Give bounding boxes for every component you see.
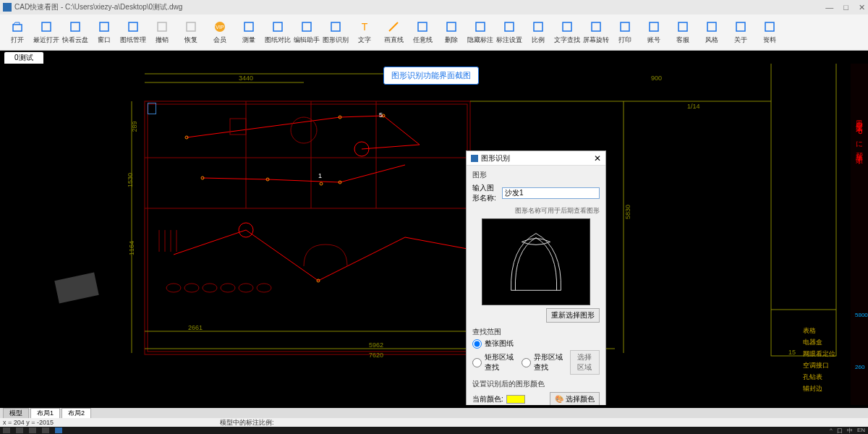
svg-rect-12 — [331, 22, 340, 31]
tool-account[interactable]: 账号 — [639, 16, 668, 49]
select-area-button[interactable]: 选择区域 — [570, 350, 600, 375]
choose-color-button[interactable]: 🎨 选择颜色 — [550, 392, 600, 405]
tool-measure[interactable]: 测量 — [234, 16, 263, 49]
tool-ratio[interactable]: 比例 — [524, 16, 553, 49]
tool-service[interactable]: 客服 — [668, 16, 697, 49]
tool-annoset[interactable]: 标注设置 — [495, 16, 524, 49]
svg-point-58 — [257, 284, 271, 292]
tool-findtext[interactable]: 文字查找 — [553, 16, 582, 49]
recent-icon — [39, 20, 54, 34]
ratio-icon — [531, 20, 545, 34]
compare-icon — [271, 20, 285, 34]
tool-recognize[interactable]: 图形识别 — [321, 16, 350, 49]
style-icon — [705, 20, 719, 34]
tool-cloud[interactable]: 快看云盘 — [61, 16, 90, 49]
scale-label: 模型中的标注比例: — [220, 418, 274, 427]
undo-icon — [155, 20, 169, 34]
tool-undo[interactable]: 撤销 — [148, 16, 176, 49]
scope-irreg-radio[interactable] — [522, 358, 531, 367]
tool-print[interactable]: 打印 — [610, 16, 639, 49]
shape-preview — [482, 218, 590, 305]
svg-rect-25 — [707, 22, 716, 31]
tool-freeline[interactable]: 任意线 — [408, 16, 437, 49]
tool-style[interactable]: 风格 — [697, 16, 726, 49]
svg-text:VIP: VIP — [216, 25, 224, 30]
task-view-icon[interactable] — [29, 427, 36, 433]
maximize-button[interactable]: □ — [843, 3, 848, 12]
svg-rect-10 — [273, 22, 282, 31]
drawing-canvas[interactable]: 7798 3440 900 1/14 289 1530 1164 2661 58… — [0, 64, 868, 405]
svg-rect-17 — [476, 22, 485, 31]
layout-tab-2[interactable]: 布局2 — [61, 408, 91, 419]
tray-item[interactable]: EN — [857, 427, 865, 435]
svg-text:T: T — [362, 21, 368, 33]
dim-l2: 1530 — [127, 173, 134, 187]
dim-r1: 5830 — [624, 205, 631, 219]
tool-delete[interactable]: 删除 — [437, 16, 466, 49]
layout-tab-0[interactable]: 模型 — [3, 408, 29, 419]
minimize-button[interactable]: — — [825, 3, 833, 12]
svg-point-54 — [184, 284, 199, 292]
legend-item: 表格 — [803, 326, 849, 336]
cloud-icon — [68, 20, 82, 34]
main-toolbar: 打开最近打开快看云盘窗口图纸管理撤销恢复VIP会员测量图纸对比编辑助手图形识别T… — [0, 14, 868, 51]
window-icon — [97, 20, 111, 34]
tab-0test[interactable]: 0测试 — [4, 52, 43, 64]
tool-edithelper[interactable]: 编辑助手 — [292, 16, 321, 49]
vertical-red-text: 皿 度 第 卜 C P に 帮 半 千 頭 — [854, 114, 864, 153]
tool-open[interactable]: 打开 — [3, 16, 32, 49]
tool-window[interactable]: 窗口 — [90, 16, 119, 49]
rotate-icon — [589, 20, 603, 34]
account-icon — [647, 20, 661, 34]
tool-recent[interactable]: 最近打开 — [32, 16, 61, 49]
tool-rotate[interactable]: 屏幕旋转 — [582, 16, 610, 49]
tool-hide[interactable]: 隐藏标注 — [466, 16, 495, 49]
legend-item: 孔钻表 — [803, 373, 849, 382]
svg-rect-2 — [71, 22, 80, 31]
tray-item[interactable]: 口 — [837, 427, 843, 435]
tray-item[interactable]: ^ — [830, 427, 833, 435]
delete-icon — [444, 20, 459, 34]
cad-app-icon[interactable] — [55, 427, 62, 433]
layout-tab-1[interactable]: 布局1 — [30, 408, 60, 419]
dialog-close-button[interactable]: ✕ — [594, 153, 601, 163]
svg-point-55 — [203, 284, 217, 292]
search-icon[interactable] — [16, 427, 23, 433]
svg-rect-21 — [592, 22, 600, 31]
svg-rect-11 — [302, 22, 311, 31]
svg-rect-22 — [621, 22, 629, 31]
tool-compare[interactable]: 图纸对比 — [263, 16, 292, 49]
start-button[interactable] — [3, 427, 10, 433]
tray-item[interactable]: 中 — [847, 427, 853, 435]
scope-rect-radio[interactable] — [472, 358, 482, 367]
tool-line[interactable]: 画直线 — [379, 16, 408, 49]
scope-irreg-label: 异形区域查找 — [534, 352, 563, 373]
current-color-label: 当前颜色: — [472, 394, 503, 404]
svg-rect-27 — [765, 22, 774, 31]
tool-about[interactable]: 关于 — [726, 16, 755, 49]
svg-point-47 — [291, 117, 317, 143]
tool-mgmt[interactable]: 图纸管理 — [119, 16, 148, 49]
tool-text[interactable]: T文字 — [350, 16, 379, 49]
svg-rect-4 — [129, 22, 137, 31]
freeline-icon — [415, 20, 430, 34]
shape-name-input[interactable] — [502, 187, 600, 199]
tool-vip[interactable]: VIP会员 — [205, 16, 234, 49]
reselect-shape-button[interactable]: 重新选择图形 — [546, 308, 600, 323]
mgmt-icon — [126, 20, 140, 34]
close-button[interactable]: ✕ — [859, 3, 865, 12]
scope-all-radio[interactable] — [472, 339, 482, 349]
svg-rect-15 — [418, 22, 427, 31]
svg-rect-16 — [447, 22, 456, 31]
open-icon — [10, 20, 25, 34]
dim-b2: 7620 — [369, 352, 383, 359]
shape-recognition-dialog: 图形识别 ✕ 图形 输入图形名称: 图形名称可用于后期查看图形 重新选择图形 查… — [466, 150, 606, 405]
dialog-title: 图形识别 — [481, 153, 510, 163]
materials-icon — [762, 20, 777, 34]
measure-icon — [242, 20, 256, 34]
dim-l1: 289 — [131, 121, 138, 132]
dialog-titlebar[interactable]: 图形识别 ✕ — [467, 151, 605, 166]
tool-materials[interactable]: 资料 — [755, 16, 784, 49]
tool-redo[interactable]: 恢复 — [176, 16, 205, 49]
explorer-icon[interactable] — [42, 427, 49, 433]
